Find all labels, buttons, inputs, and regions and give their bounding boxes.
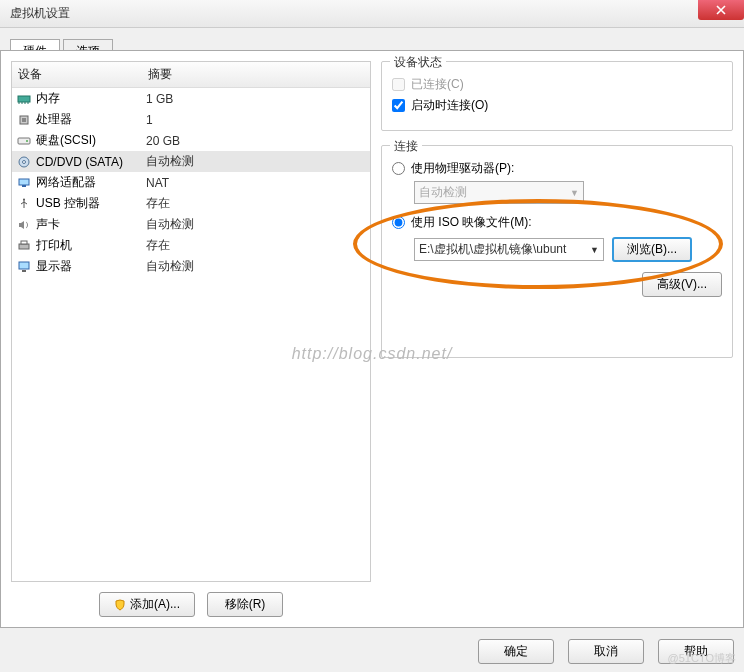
printer-icon bbox=[16, 239, 32, 253]
device-summary: 存在 bbox=[146, 237, 366, 254]
connect-at-power-checkbox[interactable] bbox=[392, 99, 405, 112]
device-label: 显示器 bbox=[36, 258, 146, 275]
display-icon bbox=[16, 260, 32, 274]
use-iso-radio[interactable] bbox=[392, 216, 405, 229]
use-physical-radio[interactable] bbox=[392, 162, 405, 175]
device-summary: 1 bbox=[146, 113, 366, 127]
iso-path-value: E:\虚拟机\虚拟机镜像\ubunt bbox=[419, 241, 566, 258]
svg-point-6 bbox=[23, 160, 26, 163]
chevron-down-icon: ▼ bbox=[570, 188, 579, 198]
window-title: 虚拟机设置 bbox=[10, 5, 70, 22]
tab-panel: 设备 摘要 内存 1 GB 处理器 1 bbox=[0, 50, 744, 628]
advanced-row: 高级(V)... bbox=[392, 272, 722, 297]
hdd-icon bbox=[16, 134, 32, 148]
list-header: 设备 摘要 bbox=[12, 62, 370, 88]
device-summary: 存在 bbox=[146, 195, 366, 212]
device-summary: NAT bbox=[146, 176, 366, 190]
connection-title: 连接 bbox=[390, 138, 422, 155]
svg-rect-10 bbox=[19, 244, 29, 249]
advanced-button-label: 高级(V)... bbox=[657, 276, 707, 293]
column-header-summary[interactable]: 摘要 bbox=[142, 62, 370, 87]
sound-icon bbox=[16, 218, 32, 232]
connected-checkbox[interactable] bbox=[392, 78, 405, 91]
list-row-printer[interactable]: 打印机 存在 bbox=[12, 235, 370, 256]
device-label: 处理器 bbox=[36, 111, 146, 128]
ok-label: 确定 bbox=[504, 643, 528, 660]
advanced-button[interactable]: 高级(V)... bbox=[642, 272, 722, 297]
add-button-label: 添加(A)... bbox=[130, 596, 180, 613]
memory-icon bbox=[16, 92, 32, 106]
device-label: 硬盘(SCSI) bbox=[36, 132, 146, 149]
titlebar: 虚拟机设置 bbox=[0, 0, 744, 28]
device-summary: 20 GB bbox=[146, 134, 366, 148]
right-column: 设备状态 已连接(C) 启动时连接(O) 连接 使用物理驱动器(P): 自动检测 bbox=[381, 61, 733, 617]
device-label: CD/DVD (SATA) bbox=[36, 155, 146, 169]
device-summary: 自动检测 bbox=[146, 258, 366, 275]
dialog-body: 硬件 选项 设备 摘要 内存 1 GB 处理器 bbox=[0, 28, 744, 672]
physical-drive-combo[interactable]: 自动检测 ▼ bbox=[414, 181, 584, 204]
device-status-group: 设备状态 已连接(C) 启动时连接(O) bbox=[381, 61, 733, 131]
list-row-hdd[interactable]: 硬盘(SCSI) 20 GB bbox=[12, 130, 370, 151]
use-iso-row[interactable]: 使用 ISO 映像文件(M): bbox=[392, 214, 722, 231]
footer: 确定 取消 帮助 bbox=[10, 639, 734, 664]
help-label: 帮助 bbox=[684, 643, 708, 660]
use-iso-label: 使用 ISO 映像文件(M): bbox=[411, 214, 532, 231]
list-row-cpu[interactable]: 处理器 1 bbox=[12, 109, 370, 130]
chevron-down-icon: ▼ bbox=[590, 245, 599, 255]
list-row-network[interactable]: 网络适配器 NAT bbox=[12, 172, 370, 193]
svg-rect-2 bbox=[22, 118, 26, 122]
svg-rect-3 bbox=[18, 138, 30, 144]
cancel-button[interactable]: 取消 bbox=[568, 639, 644, 664]
list-row-display[interactable]: 显示器 自动检测 bbox=[12, 256, 370, 277]
net-icon bbox=[16, 176, 32, 190]
remove-button-label: 移除(R) bbox=[225, 596, 266, 613]
svg-rect-11 bbox=[21, 241, 27, 244]
left-column: 设备 摘要 内存 1 GB 处理器 1 bbox=[11, 61, 371, 617]
device-label: 声卡 bbox=[36, 216, 146, 233]
usb-icon bbox=[16, 197, 32, 211]
column-header-device[interactable]: 设备 bbox=[12, 62, 142, 87]
ok-button[interactable]: 确定 bbox=[478, 639, 554, 664]
browse-button[interactable]: 浏览(B)... bbox=[612, 237, 692, 262]
svg-rect-8 bbox=[22, 185, 26, 187]
remove-button[interactable]: 移除(R) bbox=[207, 592, 283, 617]
cd-icon bbox=[16, 155, 32, 169]
iso-path-combo[interactable]: E:\虚拟机\虚拟机镜像\ubunt ▼ bbox=[414, 238, 604, 261]
svg-point-9 bbox=[23, 198, 25, 200]
browse-button-label: 浏览(B)... bbox=[627, 241, 677, 258]
device-label: 内存 bbox=[36, 90, 146, 107]
cancel-label: 取消 bbox=[594, 643, 618, 660]
list-row-usb[interactable]: USB 控制器 存在 bbox=[12, 193, 370, 214]
use-physical-row[interactable]: 使用物理驱动器(P): bbox=[392, 160, 722, 177]
svg-point-4 bbox=[26, 140, 28, 142]
connect-at-power-row[interactable]: 启动时连接(O) bbox=[392, 97, 722, 114]
svg-rect-7 bbox=[19, 179, 29, 185]
device-summary: 自动检测 bbox=[146, 153, 366, 170]
connected-label: 已连接(C) bbox=[411, 76, 464, 93]
shield-icon bbox=[114, 599, 126, 611]
device-list: 设备 摘要 内存 1 GB 处理器 1 bbox=[11, 61, 371, 582]
left-button-row: 添加(A)... 移除(R) bbox=[11, 592, 371, 617]
device-summary: 自动检测 bbox=[146, 216, 366, 233]
list-rows: 内存 1 GB 处理器 1 硬盘(SCSI) 20 GB bbox=[12, 88, 370, 277]
list-row-memory[interactable]: 内存 1 GB bbox=[12, 88, 370, 109]
device-summary: 1 GB bbox=[146, 92, 366, 106]
close-button[interactable] bbox=[698, 0, 744, 20]
device-status-title: 设备状态 bbox=[390, 54, 446, 71]
physical-drive-value: 自动检测 bbox=[419, 184, 467, 201]
iso-row: E:\虚拟机\虚拟机镜像\ubunt ▼ 浏览(B)... bbox=[414, 237, 722, 262]
help-button[interactable]: 帮助 bbox=[658, 639, 734, 664]
svg-rect-12 bbox=[19, 262, 29, 269]
cpu-icon bbox=[16, 113, 32, 127]
connected-checkbox-row[interactable]: 已连接(C) bbox=[392, 76, 722, 93]
close-icon bbox=[716, 5, 726, 15]
svg-rect-0 bbox=[18, 96, 30, 102]
list-row-cddvd[interactable]: CD/DVD (SATA) 自动检测 bbox=[12, 151, 370, 172]
list-row-sound[interactable]: 声卡 自动检测 bbox=[12, 214, 370, 235]
add-button[interactable]: 添加(A)... bbox=[99, 592, 195, 617]
connection-group: 连接 使用物理驱动器(P): 自动检测 ▼ 使用 ISO 映像文件(M): E:… bbox=[381, 145, 733, 358]
use-physical-label: 使用物理驱动器(P): bbox=[411, 160, 514, 177]
svg-rect-13 bbox=[22, 270, 26, 272]
device-label: USB 控制器 bbox=[36, 195, 146, 212]
device-label: 打印机 bbox=[36, 237, 146, 254]
